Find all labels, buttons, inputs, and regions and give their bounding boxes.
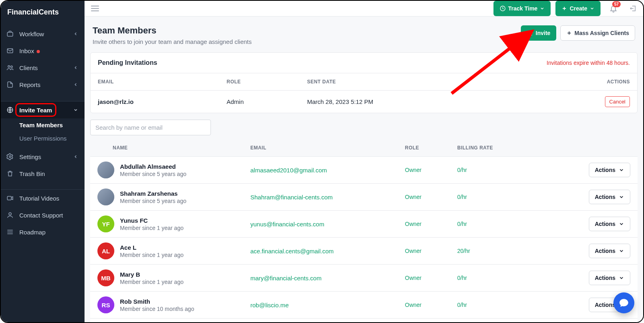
- invite-label: Invite: [536, 30, 551, 36]
- avatar: [97, 162, 114, 178]
- chevron-left-icon: [73, 31, 78, 36]
- svg-point-3: [11, 66, 13, 68]
- actions-label: Actions: [595, 167, 615, 173]
- member-role[interactable]: Owner: [405, 275, 457, 281]
- sidebar-item-label: Clients: [19, 64, 73, 71]
- users-icon: [6, 64, 14, 71]
- member-meta: Member since 10 months ago: [120, 306, 194, 312]
- chevron-down-icon: [619, 275, 624, 281]
- sidebar-item-label: Roadmap: [19, 229, 78, 236]
- member-name: Mary B: [120, 271, 184, 278]
- actions-label: Actions: [595, 302, 615, 308]
- pending-invitations-card: Pending Invitations Invitations expire w…: [90, 52, 638, 113]
- member-actions-button[interactable]: Actions: [589, 244, 630, 258]
- col-rate: Billing Rate: [457, 145, 538, 151]
- sidebar-item-settings[interactable]: Settings: [1, 148, 85, 165]
- member-actions-button[interactable]: Actions: [589, 271, 630, 285]
- member-role[interactable]: Owner: [405, 221, 457, 227]
- member-role[interactable]: Owner: [405, 302, 457, 308]
- member-rate[interactable]: 0/hr: [457, 221, 538, 227]
- highlight-annotation: [15, 103, 56, 117]
- member-email[interactable]: rob@liscio.me: [250, 302, 405, 309]
- svg-rect-0: [7, 32, 13, 36]
- col-email: Email: [250, 145, 405, 151]
- sidebar-sub-user permissions[interactable]: User Permissions: [19, 132, 85, 145]
- member-role[interactable]: Owner: [405, 194, 457, 200]
- member-rate[interactable]: 20/hr: [457, 248, 538, 254]
- members-section: Name Email Role Billing Rate Abdullah Al…: [90, 120, 638, 322]
- member-meta: Member since 1 year ago: [120, 252, 184, 258]
- sidebar-item-inbox[interactable]: Inbox: [1, 42, 85, 59]
- sidebar-item-contact support[interactable]: Contact Support: [1, 207, 85, 224]
- member-row: MB Mary B Member since 1 year ago mary@f…: [90, 265, 638, 292]
- actions-label: Actions: [595, 194, 615, 200]
- pending-role: Admin: [227, 98, 307, 105]
- svg-rect-6: [7, 197, 11, 200]
- video-icon: [6, 195, 14, 202]
- member-email[interactable]: mary@financial-cents.com: [250, 275, 405, 282]
- page-subtitle: Invite others to join your team and mana…: [93, 38, 252, 45]
- exit-icon[interactable]: [630, 5, 637, 12]
- chevron-down-icon: [540, 6, 545, 11]
- chevron-down-icon: [619, 221, 624, 227]
- col-role: Role: [227, 79, 307, 85]
- chevron-down-icon: [619, 248, 624, 254]
- member-email[interactable]: almasaeed2010@gmail.com: [250, 167, 405, 174]
- pending-warning: Invitations expire within 48 hours.: [547, 60, 630, 66]
- member-meta: Member since 1 year ago: [120, 225, 184, 231]
- avatar: [97, 188, 114, 205]
- chevron-left-icon: [73, 154, 78, 159]
- svg-point-7: [9, 213, 11, 215]
- sidebar-item-label: Contact Support: [19, 212, 78, 219]
- create-button[interactable]: Create: [555, 1, 601, 16]
- col-email: Email: [98, 79, 227, 85]
- member-role[interactable]: Owner: [405, 248, 457, 254]
- chevron-down-icon: [619, 194, 624, 200]
- chat-fab[interactable]: [613, 292, 634, 313]
- track-time-label: Track Time: [508, 5, 538, 12]
- unread-dot: [37, 50, 40, 53]
- search-input[interactable]: [90, 120, 211, 135]
- member-rate[interactable]: 0/hr: [457, 194, 538, 200]
- member-actions-button[interactable]: Actions: [589, 163, 630, 177]
- member-name: Ace L: [120, 244, 184, 251]
- member-rate[interactable]: 0/hr: [457, 167, 538, 173]
- sidebar-item-invite-team[interactable]: Invite Team: [1, 101, 85, 118]
- pending-email: jason@rlz.io: [98, 98, 227, 105]
- sidebar-item-label: Tutorial Videos: [19, 195, 78, 202]
- member-meta: Member since 5 years ago: [120, 171, 186, 177]
- member-actions-button[interactable]: Actions: [589, 190, 630, 204]
- sidebar-item-reports[interactable]: Reports: [1, 76, 85, 93]
- sidebar-item-trash bin[interactable]: Trash Bin: [1, 165, 85, 182]
- mass-assign-button[interactable]: Mass Assign Clients: [560, 25, 635, 41]
- pending-row: jason@rlz.io Admin March 28, 2023 5:12 P…: [91, 91, 637, 113]
- member-row: RS Rob Smith Member since 10 months ago …: [90, 292, 638, 319]
- member-email[interactable]: ace.financial.cents@gmail.com: [250, 248, 405, 255]
- sidebar-item-tutorial videos[interactable]: Tutorial Videos: [1, 190, 85, 207]
- page-title: Team Members: [93, 25, 252, 36]
- notifications-button[interactable]: 57: [609, 4, 617, 12]
- member-meta: Member since 5 years ago: [120, 198, 186, 204]
- avatar: MB: [97, 269, 114, 286]
- user-plus-icon: [527, 30, 533, 36]
- member-rate[interactable]: 0/hr: [457, 302, 538, 308]
- sidebar-sub-team members[interactable]: Team Members: [19, 118, 85, 132]
- member-rate[interactable]: 0/hr: [457, 275, 538, 281]
- page-header: Team Members Invite others to join your …: [85, 17, 643, 52]
- member-email[interactable]: Shahram@financial-cents.com: [250, 194, 405, 201]
- pending-title: Pending Invitations: [98, 59, 157, 66]
- member-email[interactable]: yunus@financial-cents.com: [250, 221, 405, 228]
- member-role[interactable]: Owner: [405, 167, 457, 173]
- member-actions-button[interactable]: Actions: [589, 217, 630, 231]
- cancel-invite-button[interactable]: Cancel: [605, 96, 630, 107]
- create-label: Create: [570, 5, 587, 12]
- track-time-button[interactable]: Track Time: [493, 1, 551, 16]
- user-icon: [6, 211, 14, 219]
- member-row: YF Yunus FC Member since 1 year ago yunu…: [90, 211, 638, 238]
- col-sent: Sent Date: [307, 79, 598, 85]
- menu-toggle-icon[interactable]: [91, 6, 99, 11]
- sidebar-item-roadmap[interactable]: Roadmap: [1, 224, 85, 240]
- sidebar-item-clients[interactable]: Clients: [1, 59, 85, 76]
- invite-button[interactable]: Invite: [521, 25, 557, 41]
- sidebar-item-workflow[interactable]: Workflow: [1, 25, 85, 42]
